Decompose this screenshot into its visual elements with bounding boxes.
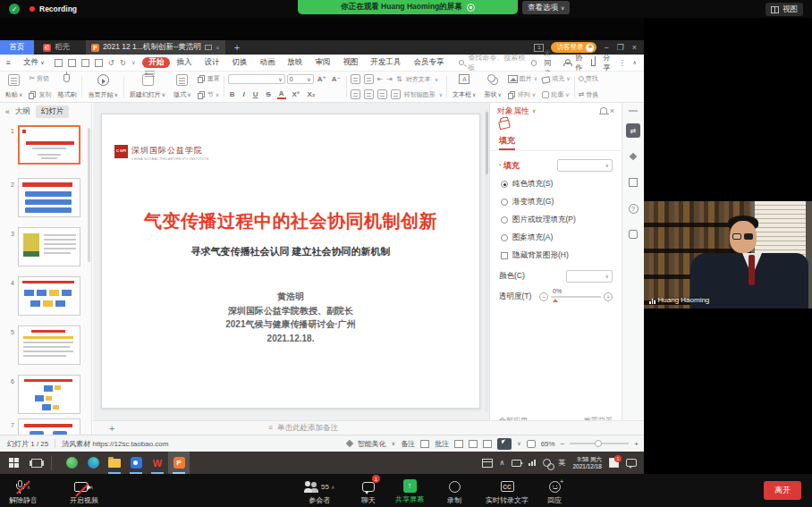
taskbar-app-wps[interactable]: W [147,452,168,474]
clipboard-panel-icon[interactable] [626,175,640,190]
layout-button[interactable]: 版式∨ [172,73,192,100]
command-search-box[interactable]: 查找命令、搜索模板 [459,53,530,72]
promo-link[interactable]: 清风素材 https://12sc.taobao.com [62,439,168,449]
bold-button[interactable]: B [228,90,237,98]
hamburger-menu-icon[interactable]: ≡ [0,58,17,67]
option-gradient-fill[interactable]: 渐变填充(G) [501,197,622,207]
unmute-button[interactable]: ∧ 解除静音 [9,479,38,505]
superscript-button[interactable]: X² [291,90,301,98]
participants-button[interactable]: 55∧ 参会者 [304,479,334,505]
ime-indicator[interactable]: 英 [558,458,565,468]
bullet-list-icon[interactable] [351,74,360,84]
customize-toolbar-icon[interactable]: ∨ [131,60,135,65]
record-button[interactable]: 录制 [447,479,461,505]
italic-button[interactable]: I [241,90,246,98]
taskbar-clock[interactable]: 9:58 周六 2021/12/18 [572,456,602,470]
notes-bar[interactable]: + ≡ 单击此处添加备注 [93,420,644,435]
tab-document-active[interactable]: P 2021 12 1...机制创新--黄浩明 × [86,40,225,55]
strikethrough-button[interactable]: S [264,90,272,98]
section-button[interactable]: 节∨ [198,90,220,99]
panel-handle-icon[interactable] [629,110,638,112]
add-note-plus-icon[interactable]: + [109,423,114,434]
tab-outline[interactable]: 大纲 [15,106,30,117]
export-icon[interactable] [68,59,76,67]
menu-review[interactable]: 审阅 [309,57,336,68]
taskbar-app-browser[interactable] [61,452,82,474]
layout-view-button[interactable]: 视图 [765,3,803,16]
subscript-button[interactable]: X₂ [306,90,317,98]
slide-thumbnail-1[interactable] [18,125,80,165]
taskbar-app-edge[interactable] [82,452,104,474]
menu-transitions[interactable]: 切换 [225,57,253,68]
replace-button[interactable]: ⇄替换 [579,90,599,99]
save-icon[interactable] [55,59,63,67]
slide-sorter-icon[interactable] [469,440,478,448]
zoom-in-icon[interactable]: + [634,440,639,448]
collapse-panel-icon[interactable]: « [5,107,10,116]
close-tab-icon[interactable]: × [216,44,220,52]
slide-thumbnail-4[interactable] [18,276,80,316]
font-family-select[interactable]: ∨ [228,74,285,84]
arrange-button[interactable]: 排列∨ [508,90,537,99]
numbered-list-icon[interactable] [364,74,374,84]
menu-home-active[interactable]: 开始 [142,57,170,68]
notes-placeholder[interactable]: 单击此处添加备注 [277,423,338,434]
new-slide-button[interactable]: 新建幻灯片∨ [128,73,167,100]
increase-indent-icon[interactable]: ⇥ [386,76,393,83]
reactions-button[interactable]: + 回应 [547,479,562,505]
taskbar-app-meeting[interactable] [125,452,147,474]
slide-thumbnail-6[interactable] [18,375,80,414]
object-properties-panel-icon[interactable]: ⇄ [626,123,640,138]
menu-design[interactable]: 设计 [198,57,225,68]
picture-button[interactable]: 图片∨ [508,74,537,83]
task-view-button[interactable] [31,459,42,468]
leave-meeting-button[interactable]: 离开 [764,481,801,500]
outline-button[interactable]: 轮廓∨ [542,90,570,99]
menu-member[interactable]: 会员专享 [407,57,450,68]
tray-hidden-icons-chevron[interactable]: ∧ [500,459,505,467]
justify-icon[interactable] [391,89,401,99]
chevron-down-icon[interactable]: ∨ [532,108,536,114]
print-preview-icon[interactable] [95,59,103,67]
menu-slideshow[interactable]: 放映 [281,57,309,68]
tray-link-icon[interactable] [543,459,551,467]
more-menu-icon[interactable]: ⋮ [619,59,626,67]
chat-button[interactable]: 1 聊天 [361,479,376,505]
align-text-button[interactable]: 对齐文本 [406,75,431,84]
paste-button[interactable]: 粘贴∨ [4,73,24,100]
tab-docer[interactable]: 稻 稻壳 [34,40,79,55]
share-screen-button[interactable]: ↑ 共享屏幕 [395,478,424,504]
action-center-icon[interactable] [626,459,637,467]
color-select[interactable]: ∨ [566,270,613,283]
fill-tab[interactable]: 填充 [499,135,515,150]
slide-thumbnail-2[interactable] [18,178,80,217]
transparency-minus-button[interactable]: − [539,292,548,301]
decrease-font-icon[interactable]: A⁻ [330,75,343,83]
resource-panel-icon[interactable] [626,227,640,241]
zoom-knob[interactable] [595,440,602,447]
font-color-button[interactable]: A [277,89,286,99]
slide-thumbnail-7[interactable] [18,418,80,435]
tab-slides-active[interactable]: 幻灯片 [36,106,70,118]
close-panel-icon[interactable]: × [610,106,614,115]
find-button[interactable]: 查找 [579,74,599,83]
reading-view-icon[interactable] [483,440,492,448]
transparency-slider[interactable]: 0% [551,296,601,298]
tab-home[interactable]: 首页 [0,40,34,55]
view-options-button[interactable]: 查看选项 ∨ [522,1,570,14]
smart-effects-icon[interactable] [626,149,640,164]
start-video-button[interactable]: ∧ 开启视频 [70,479,98,505]
print-icon[interactable] [81,59,89,67]
copy-button[interactable]: 复制 [29,90,51,99]
align-center-icon[interactable] [364,89,374,99]
redo-icon[interactable]: ↻ [120,58,126,67]
play-from-current-button[interactable]: 当页开始∨ [86,73,119,100]
slide-thumbnail-3[interactable] [18,227,80,266]
comments-button[interactable]: 批注 [435,439,449,449]
tray-notification-icon[interactable]: 1 [609,458,619,468]
beautify-button[interactable]: 智能美化 [358,439,386,449]
collaborate-label[interactable]: 协作 [575,53,583,72]
webcam-video-tile[interactable]: Huang Haoming [644,201,812,308]
option-pattern-fill[interactable]: 图案填充(A) [501,232,622,243]
slideshow-button[interactable] [497,438,512,450]
